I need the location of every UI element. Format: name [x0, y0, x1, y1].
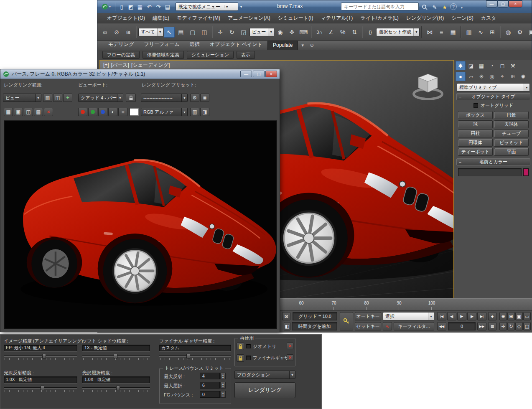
- next-frame-icon[interactable]: |▶: [467, 312, 476, 320]
- select-and-manipulate-icon[interactable]: ✜: [286, 27, 297, 38]
- set-key-button[interactable]: セットキー: [355, 322, 381, 330]
- glossy-refraction-slider[interactable]: [82, 386, 150, 392]
- render-area-combo[interactable]: ビュー ▼: [3, 94, 41, 102]
- green-channel-icon[interactable]: [88, 108, 97, 116]
- menu-simulate[interactable]: シミュレート(I): [274, 13, 317, 23]
- render-setup-icon[interactable]: ⚙: [190, 94, 199, 102]
- menu-scene[interactable]: シーン(S): [448, 13, 477, 23]
- rfw-close-button[interactable]: ×: [265, 71, 277, 77]
- motion-tab-icon[interactable]: ◔: [487, 61, 497, 70]
- go-to-start-icon[interactable]: |◀: [437, 312, 446, 320]
- tab-object-paint[interactable]: オブジェクト ペイント: [205, 40, 267, 50]
- named-selection-sets-icon[interactable]: {}: [365, 27, 376, 38]
- tab-selection[interactable]: 選択: [185, 40, 205, 50]
- menu-modifiers[interactable]: モディファイヤ(M): [173, 13, 224, 23]
- clear-image-icon[interactable]: ×: [44, 108, 53, 116]
- keyboard-override-icon[interactable]: ⌨: [298, 27, 309, 38]
- space-warps-category-icon[interactable]: ≋: [508, 72, 518, 81]
- save-image-icon[interactable]: ▦: [4, 108, 13, 116]
- monochrome-channel-icon[interactable]: ◐: [108, 108, 117, 116]
- unlink-selection-icon[interactable]: ⊘: [111, 27, 122, 38]
- utilities-tab-icon[interactable]: ⚒: [508, 61, 518, 70]
- copy-image-icon[interactable]: ▣: [14, 108, 23, 116]
- glossy-reflection-slider[interactable]: [4, 386, 77, 392]
- edit-region-icon[interactable]: ▧: [43, 94, 52, 102]
- rendered-frame-window-icon[interactable]: ▣: [526, 27, 532, 38]
- reference-coordinate-combo[interactable]: ビュー ▼: [249, 28, 275, 36]
- glossy-reflection-value[interactable]: 1.0X - 既定値: [4, 376, 77, 383]
- clear-final-gather-icon[interactable]: ×: [287, 354, 293, 361]
- box-button[interactable]: ボックス: [458, 111, 493, 119]
- red-channel-icon[interactable]: [78, 108, 87, 116]
- fg-bounce-field[interactable]: 0: [200, 391, 220, 398]
- define-idle-area-button[interactable]: 停滞領域を定義: [143, 51, 184, 59]
- soft-shadow-value[interactable]: 1X - 既定値: [82, 345, 150, 351]
- select-and-link-icon[interactable]: ∞: [99, 27, 110, 38]
- background-color-swatch[interactable]: [129, 108, 139, 116]
- named-selection-set-combo[interactable]: 選択セット作成 ▼: [376, 28, 420, 36]
- help-arrow-icon[interactable]: ▾: [459, 3, 464, 13]
- curve-editor-icon[interactable]: ∿: [475, 27, 486, 38]
- viewport-menu-plus[interactable]: [+]: [103, 62, 109, 69]
- clear-geometry-icon[interactable]: ×: [287, 343, 293, 349]
- workspace-extra-arrow-icon[interactable]: ▾: [238, 2, 244, 11]
- communication-center-icon[interactable]: ✎: [430, 3, 439, 12]
- zoom-region-icon[interactable]: ▭: [523, 312, 531, 320]
- workspace-selector[interactable]: 既定で拡張メニュー: ▼: [176, 3, 238, 11]
- lock-final-gather-icon[interactable]: [237, 354, 244, 362]
- maximize-viewport-icon[interactable]: ◱: [523, 322, 531, 330]
- use-pivot-center-icon[interactable]: ◉: [275, 27, 285, 38]
- key-mode-toggle-icon[interactable]: ◆: [488, 312, 496, 320]
- spin-down-icon[interactable]: ▾: [221, 385, 225, 388]
- select-by-name-icon[interactable]: ▤: [176, 27, 186, 38]
- menu-object[interactable]: オブジェクト(O): [103, 13, 149, 23]
- previous-frame-icon[interactable]: ◀|: [447, 312, 456, 320]
- simulation-button[interactable]: シミュレーション: [187, 51, 234, 59]
- rfw-titlebar[interactable]: パース, フレーム 0, RGBA カラー 32 ビット/チャネル (1:1) …: [0, 69, 280, 79]
- set-key-big-button[interactable]: [340, 312, 353, 330]
- default-tangent-icon[interactable]: ∿: [383, 322, 392, 330]
- step-back-icon[interactable]: ◀◀: [437, 322, 446, 330]
- spin-down-icon[interactable]: ▾: [221, 376, 225, 379]
- menu-animation[interactable]: アニメーション(A): [224, 13, 274, 23]
- lock-viewport-icon[interactable]: [126, 94, 136, 102]
- rfw-maximize-button[interactable]: ▢: [253, 71, 265, 77]
- channel-display-combo[interactable]: RGB アルファ ▼: [141, 108, 188, 116]
- angle-snap-icon[interactable]: ∠: [326, 27, 336, 38]
- current-frame-field[interactable]: [448, 322, 476, 330]
- search-input[interactable]: [341, 3, 419, 10]
- maximize-button[interactable]: ▢: [497, 0, 509, 8]
- print-image-icon[interactable]: ▤: [34, 108, 43, 116]
- clone-rfw-icon[interactable]: ◫: [24, 108, 33, 116]
- viewport-menu-view[interactable]: [パース]: [111, 62, 129, 69]
- slider-track[interactable]: [4, 356, 77, 357]
- spin-up-icon[interactable]: ▴: [221, 382, 225, 385]
- open-file-icon[interactable]: ◩: [126, 2, 135, 11]
- final-gather-value[interactable]: カスタム: [159, 345, 231, 351]
- new-scene-icon[interactable]: ▯: [117, 2, 126, 11]
- spin-down-icon[interactable]: ▾: [221, 394, 225, 397]
- select-and-scale-icon[interactable]: ◲: [238, 27, 249, 38]
- window-crossing-icon[interactable]: ◫: [199, 27, 210, 38]
- render-setup-icon[interactable]: ⚙: [514, 27, 525, 38]
- spin-up-icon[interactable]: ▴: [221, 373, 225, 376]
- toggle-ui-overlays-icon[interactable]: ▥: [190, 108, 199, 116]
- object-category-combo[interactable]: 標準プリミティブ ▼: [457, 83, 530, 91]
- bind-to-space-warp-icon[interactable]: ≋: [123, 27, 134, 38]
- cone-button[interactable]: 円錐: [494, 111, 529, 119]
- slider-track[interactable]: [159, 356, 231, 357]
- max-reflection-spinner[interactable]: ▴▾: [220, 373, 226, 379]
- viewcube[interactable]: [411, 69, 445, 102]
- hierarchy-tab-icon[interactable]: ▦: [476, 61, 486, 70]
- rfw-viewport-combo[interactable]: クアッド 4 - パース ▼: [78, 94, 123, 102]
- tab-freeform[interactable]: フリーフォーム: [139, 40, 184, 50]
- max-refraction-spinner[interactable]: ▴▾: [220, 382, 226, 389]
- render-preset-combo[interactable]: ------------------- ▼: [141, 94, 188, 102]
- field-of-view-icon[interactable]: ◇: [515, 322, 523, 330]
- project-folder-icon[interactable]: ▤: [163, 2, 172, 11]
- lock-geometry-icon[interactable]: [237, 343, 244, 350]
- favorites-icon[interactable]: ★: [440, 3, 449, 12]
- autogrid-checkbox[interactable]: [473, 103, 478, 108]
- zoom-extents-icon[interactable]: ▣: [515, 312, 523, 320]
- menu-edit[interactable]: 編集(E): [149, 13, 173, 23]
